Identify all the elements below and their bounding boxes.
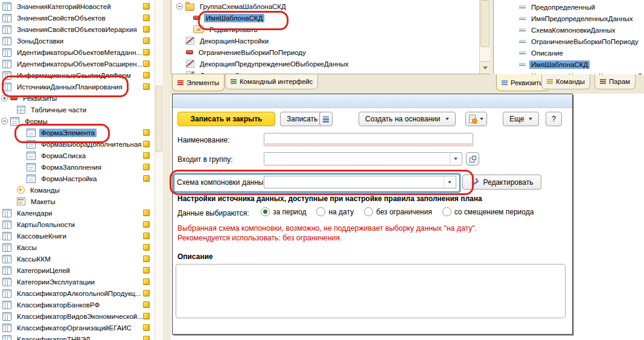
tree-item-label: Редактировать [208,25,259,34]
subsystem-cube-icon [143,83,150,90]
tree-item[interactable]: Предопределенный [494,1,644,13]
tree-item[interactable]: ДекорацияНастройки [171,35,489,47]
radio-icon[interactable] [442,207,451,216]
radio-option[interactable]: без ограничения [364,207,432,216]
scrollbar-thumb[interactable] [156,86,162,152]
tree-item[interactable]: ОграничениеВыборкиПоПериоду [171,47,489,58]
tree-item[interactable]: ФормаЗаполнения [0,161,155,173]
group-combobox[interactable] [264,152,462,165]
dcs-combobox[interactable] [264,176,456,188]
table-icon [2,220,11,229]
tree-item[interactable]: СхемаКомпоновкиДанных [494,24,644,36]
tree-item-label: ОграничениеВыборкиПоПериоду [529,37,640,46]
tree-item[interactable]: ЗначенияКатегорийНовостей [0,1,155,12]
combo-dropdown-button[interactable] [450,153,461,164]
tree-item[interactable]: Кассы [0,242,155,253]
attr-gray-icon [519,16,526,21]
name-input[interactable] [264,133,473,146]
tree-item[interactable]: Календари [0,207,155,219]
more-button[interactable]: Еще [503,112,539,126]
group-open-button[interactable] [466,152,479,165]
elements-tab[interactable]: Командный интерфейс [225,74,318,89]
tree-item[interactable]: ФормаВыбораДополнительная [0,138,155,150]
tree-item[interactable]: КассовыеКниги [0,230,155,242]
radio-option[interactable]: за период [261,207,306,216]
chevron-down-icon [454,158,457,160]
tree-item[interactable]: Описание [494,47,644,59]
tree-item[interactable]: ЗначенияСвойствОбъектовИерархия [0,24,155,35]
tree-item[interactable]: ДекорацияОписание [171,69,489,74]
tree-item[interactable]: Редактировать [171,24,489,35]
tree-item[interactable]: ФормаНастройка [0,173,155,184]
help-button[interactable]: ? [546,112,562,126]
create-based-on-button[interactable]: Создать на основании [359,112,456,126]
metadata-tree-scrollbar[interactable] [155,0,164,340]
tree-item[interactable]: КатегорииЦелей [0,265,155,276]
attr-red-icon [186,50,193,54]
tree-item[interactable]: КассыККМ [0,253,155,265]
tab-label: Команды [556,78,585,85]
combo-dropdown-button[interactable] [444,177,455,187]
tree-item[interactable]: Реквизиты [0,92,155,104]
scrollbar-thumb[interactable] [480,0,489,47]
tree-item[interactable]: ДекорацияПредупреждениеОВыборкеДанных [171,58,489,69]
tree-item[interactable]: КлассификаторАлкогольнойПродукц... [0,287,155,299]
collapse-icon[interactable] [1,118,8,124]
tree-item[interactable]: ОграничениеВыборкиПоПериоду [494,36,644,47]
more-label: Еще [509,115,524,123]
tree-item[interactable]: ИмяПредопределенныхДанных [494,13,644,24]
radio-option-label: без ограничения [376,208,432,216]
description-textarea[interactable] [176,264,566,318]
radio-icon[interactable] [316,207,325,216]
tree-item[interactable]: ФормаЭлемента [0,127,155,138]
tree-item[interactable]: КлассификаторБанковРФ [0,299,155,310]
tree-item[interactable]: ИмяШаблонаСКД [171,12,489,24]
tree-item-label: ИмяПредопределенныхДанных [529,14,635,23]
tree-item[interactable]: КлассификаторВидовЭкономической... [0,310,155,322]
attributes-tab[interactable]: Команды [541,74,590,89]
tree-item[interactable]: КартыЛояльности [0,219,155,230]
tree-item[interactable]: Формы [0,115,155,127]
subsystem-cube-icon [143,244,150,251]
form-elements-scrollbar[interactable] [479,0,490,74]
subsystem-cube-icon [143,152,150,159]
radio-option[interactable]: со смещением периода [442,207,534,216]
tree-item-label: ИсточникиДанныхПланирования [15,83,124,91]
tree-item[interactable]: ИмяШаблонаСКД [494,59,644,70]
tree-item[interactable]: ГруппаСхемаШаблонаСКД [171,1,489,12]
radio-icon[interactable] [364,207,373,216]
save-and-close-button[interactable]: Записать и закрыть [177,112,275,126]
tree-item[interactable]: ИдентификаторыОбъектовРасширен... [0,58,155,69]
tree-item[interactable]: ЗначенияСвойствОбъектов [0,12,155,24]
tree-item-label: ЗоныДоставки [15,37,65,45]
table-icon [2,289,11,298]
tree-item[interactable]: Макеты [0,196,155,207]
elements-tab[interactable]: Элементы [172,74,225,91]
subsystem-cube-icon [143,26,150,33]
form-icon [10,117,19,126]
tree-item[interactable]: ФормаСписка [0,150,155,161]
radio-selected-icon[interactable] [261,207,270,216]
radio-option[interactable]: на дату [316,207,354,216]
attr-gray-icon [519,5,526,9]
history-button[interactable] [465,112,487,126]
tab-label: Командный интерфейс [240,78,313,85]
tree-item[interactable]: ИнформационныеСсылкиДляФорм [0,69,155,81]
panel-splitter[interactable] [163,0,171,340]
save-button[interactable]: Записать [280,112,324,126]
tree-item[interactable]: КатегорииЭксплуатации [0,276,155,287]
tree-item[interactable]: Табличные части [0,104,155,115]
tree-item[interactable]: КлассификаторТНВЭД [0,333,155,340]
tree-item[interactable]: ИсточникиДанныхПланирования [0,81,155,92]
collapse-icon[interactable] [176,3,183,10]
edit-dcs-button[interactable]: Редактировать [462,175,541,190]
attributes-tab[interactable]: Парам [595,74,636,89]
table-icon [2,83,11,91]
structure-button[interactable] [319,112,333,126]
scroll-down-button[interactable] [480,61,490,74]
tree-item[interactable]: ЗоныДоставки [0,35,155,47]
tree-item[interactable]: КлассификаторОрганизацийЕГАИС [0,322,155,333]
tree-item[interactable]: Команды [0,184,155,196]
tree-item[interactable]: ИдентификаторыОбъектовМетаданн... [0,47,155,58]
expand-icon[interactable] [1,95,8,101]
